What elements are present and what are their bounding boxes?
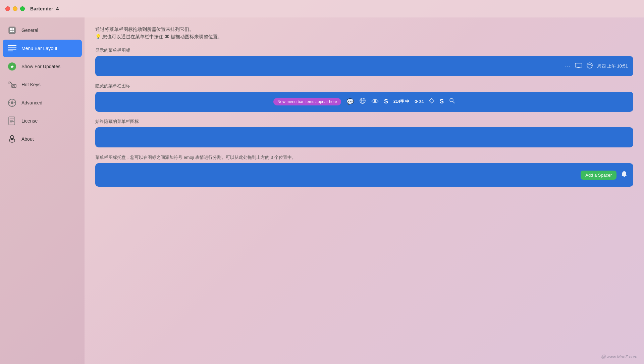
bell-icon [621,171,628,180]
svg-point-15 [11,101,13,104]
svg-line-37 [453,101,454,103]
screenshare-icon [575,63,582,70]
general-icon [7,25,17,36]
close-button[interactable] [5,6,10,11]
traffic-lights [5,6,25,11]
sidebar-item-advanced[interactable]: Advanced [3,94,82,111]
sidebar-item-general[interactable]: General [3,21,82,39]
svg-point-35 [374,100,376,102]
app-title: Bartender 4 [30,6,59,11]
sidebar-item-show-for-updates-label: Show For Updates [21,64,60,69]
svg-rect-27 [11,139,13,140]
svg-rect-1 [10,28,12,30]
section-shown-label: 显示的菜单栏图标 [95,47,633,53]
svg-text:⌘: ⌘ [12,84,15,88]
add-spacer-button[interactable]: Add a Spacer [581,171,616,180]
chat-icon: 💬 [346,98,354,105]
time-display: 周四 上午 10:51 [597,63,628,69]
maximize-button[interactable] [20,6,25,11]
sidebar-item-advanced-label: Advanced [21,100,42,105]
section-always-hidden-label: 始终隐藏的菜单栏图标 [95,119,633,125]
word-count-icon: 214字 中 [393,99,409,104]
globe-icon [359,97,366,106]
svg-rect-0 [9,27,15,34]
intro-line2: 💡 您也可以通过在菜单栏中按住 ⌘ 键拖动图标来调整位置。 [95,33,633,40]
tray-zone[interactable]: Add a Spacer [95,163,633,187]
svg-rect-20 [9,117,15,125]
sidebar-item-menu-bar-layout[interactable]: Menu Bar Layout [3,40,82,57]
vpn-icon [586,62,593,70]
license-icon [7,116,17,126]
sidebar-item-menu-bar-layout-label: Menu Bar Layout [21,46,57,51]
sidebar-item-general-label: General [21,28,38,33]
svg-rect-7 [8,49,16,50]
diamond-icon [429,98,434,105]
tray-description: 菜单栏图标托盘，您可以在图标之间添加符号 emoji 表情进行分割。可以从此处拖… [95,154,633,161]
watermark: Ⓜ www.MacZ.com [601,354,637,360]
section-hidden-label: 隐藏的菜单栏图标 [95,83,633,89]
skype-icon: S [384,98,388,105]
shown-zone[interactable]: ··· 周四 上午 10:51 [95,56,633,76]
svg-rect-6 [8,47,16,48]
sidebar-item-license[interactable]: License [3,112,82,130]
advanced-icon [7,97,17,108]
svg-rect-5 [8,45,16,46]
menu-bar-layout-icon [7,43,17,54]
new-items-badge: New menu bar items appear here [273,98,341,105]
dots-icon: ··· [565,63,571,69]
hot-keys-icon: P₃ ⌘ [7,79,17,90]
sidebar-item-hot-keys-label: Hot Keys [21,82,41,87]
svg-rect-8 [8,50,13,51]
svg-rect-3 [10,31,12,32]
content-area: 通过将菜单栏图标拖动到所需位置来排列它们。 💡 您也可以通过在菜单栏中按住 ⌘ … [85,17,644,364]
intro-line1: 通过将菜单栏图标拖动到所需位置来排列它们。 [95,26,633,33]
svg-rect-4 [12,31,14,32]
main-layout: General Menu Bar Layout ★ S [0,17,644,364]
about-icon [7,134,17,144]
always-hidden-zone[interactable] [95,127,633,147]
hidden-zone[interactable]: New menu bar items appear here 💬 S 214字 … [95,92,633,112]
minimize-button[interactable] [13,6,17,11]
search-icon [449,98,455,105]
sidebar-item-about[interactable]: About [3,130,82,148]
skype2-icon: S [440,98,444,105]
svg-text:★: ★ [10,64,14,69]
intro-text: 通过将菜单栏图标拖动到所需位置来排列它们。 💡 您也可以通过在菜单栏中按住 ⌘ … [95,26,633,41]
refresh-count-icon: ⟳ 24 [415,99,424,104]
show-for-updates-icon: ★ [7,61,17,72]
sidebar: General Menu Bar Layout ★ S [0,17,85,364]
sidebar-item-hot-keys[interactable]: P₃ ⌘ Hot Keys [3,76,82,93]
svg-rect-28 [575,63,582,67]
eye-icon [371,98,379,105]
sidebar-item-license-label: License [21,118,38,124]
sidebar-item-show-for-updates[interactable]: ★ Show For Updates [3,58,82,75]
sidebar-item-about-label: About [21,136,34,142]
svg-rect-2 [12,28,14,30]
titlebar: Bartender 4 [0,0,644,17]
